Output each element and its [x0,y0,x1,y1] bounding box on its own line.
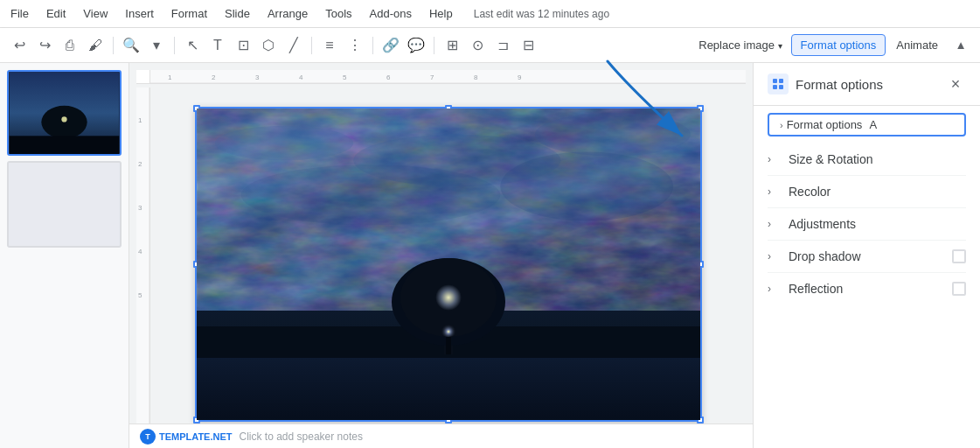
tools-group: ↖ T ⊡ ⬡ ╱ [180,33,306,58]
bottom-bar: T TEMPLATE.NET Click to add speaker note… [129,424,753,448]
svg-rect-34 [773,85,777,89]
light-glow [435,284,462,311]
toolbar: ↩ ↪ ⎙ 🖌 🔍 ▾ ↖ T ⊡ ⬡ ╱ ≡ ⋮ 🔗 💬 ⊞ ⊙ ⊐ ⊟ Re… [0,28,980,63]
svg-rect-31 [446,337,451,354]
recolor-section[interactable]: › Recolor [754,176,980,207]
reflection-checkbox[interactable] [952,282,966,296]
crop-button[interactable]: ⊞ [440,33,464,58]
replace-image-chevron: ▾ [778,41,782,51]
bullet-list-button[interactable]: ≡ [317,33,342,58]
speaker-notes-text[interactable]: Click to add speaker notes [240,430,363,443]
format-panel-icon [768,74,789,94]
print-button[interactable]: ⎙ [58,33,82,58]
highlight-arrow-icon: › [780,120,783,130]
drop-shadow-chevron: › [768,250,782,262]
svg-text:9: 9 [518,74,522,81]
svg-text:4: 4 [299,74,303,81]
format-options-button[interactable]: Format options [791,34,886,56]
numbered-list-button[interactable]: ⋮ [343,33,367,58]
svg-point-26 [500,151,673,220]
zoom-dropdown[interactable]: ▾ [144,33,169,58]
drop-shadow-section[interactable]: › Drop shadow [754,241,980,272]
line-button[interactable]: ╱ [281,33,306,58]
svg-rect-32 [773,79,777,83]
template-logo: T TEMPLATE.NET [140,429,233,444]
link-button[interactable]: 🔗 [379,33,403,58]
undo-redo-group: ↩ ↪ ⎙ 🖌 [7,33,108,58]
adjustments-section[interactable]: › Adjustments [754,208,980,240]
menu-insert[interactable]: Insert [122,5,157,22]
ruler-area: 1 2 3 4 5 6 7 8 9 [136,70,746,84]
menu-arrange[interactable]: Arrange [264,5,311,22]
slide-image [197,108,700,420]
menu-format[interactable]: Format [168,5,211,22]
svg-point-1 [41,106,87,139]
svg-text:2: 2 [212,74,216,81]
menu-file[interactable]: File [7,5,32,22]
animate-button[interactable]: Animate [887,35,947,55]
menu-tools[interactable]: Tools [322,5,355,22]
image-button[interactable]: ⊡ [231,33,255,58]
brand-name: TEMPLATE.NET [159,431,233,442]
slide-thumb-inner-2 [9,163,120,245]
svg-text:8: 8 [474,74,478,81]
ruler-horizontal: 1 2 3 4 5 6 7 8 9 [150,70,746,84]
cursor-button[interactable]: ↖ [180,33,205,58]
format-group: ≡ ⋮ [317,33,367,58]
menu-addons[interactable]: Add-ons [366,5,415,22]
zoom-group: 🔍 ▾ [119,33,169,58]
highlight-box-suffix: A [869,118,877,131]
border-button[interactable]: ⊐ [490,33,515,58]
slide-thumbnail-1[interactable] [7,70,122,156]
collapse-toolbar-button[interactable]: ▲ [949,33,973,58]
slide-container [150,88,746,441]
svg-text:7: 7 [430,74,434,81]
size-rotation-chevron: › [768,153,782,165]
comment-button[interactable]: 💬 [404,33,428,58]
menu-bar: File Edit View Insert Format Slide Arran… [0,0,980,28]
slide-thumbnail-2[interactable] [7,161,122,247]
mask-button[interactable]: ⊙ [465,33,490,58]
svg-text:1: 1 [168,74,172,81]
redo-button[interactable]: ↪ [32,33,57,58]
textbox-button[interactable]: T [205,33,230,58]
svg-text:5: 5 [343,74,347,81]
ruler-vertical: 1 2 3 4 5 [136,88,150,441]
image-tools-group: ⊞ ⊙ ⊐ ⊟ [440,33,540,58]
svg-text:3: 3 [138,204,142,212]
slide-area-wrapper: 1 2 3 4 5 [136,88,746,441]
separator-3 [311,37,312,54]
menu-edit[interactable]: Edit [43,5,69,22]
menu-slide[interactable]: Slide [221,5,254,22]
highlight-box-text: Format options [787,118,863,131]
svg-point-2 [61,116,66,122]
paint-format-button[interactable]: 🖌 [83,33,108,58]
reflection-label: Reflection [789,282,945,296]
drop-shadow-checkbox[interactable] [952,249,966,263]
insert-group: 🔗 💬 [379,33,428,58]
slide-canvas [195,107,702,422]
arrange-button[interactable]: ⊟ [516,33,540,58]
animate-label: Animate [896,38,938,52]
reflection-section[interactable]: › Reflection [754,273,980,304]
svg-text:2: 2 [138,160,142,168]
main-layout: 1 2 3 4 5 6 7 8 9 1 2 3 4 [0,63,980,448]
svg-text:5: 5 [138,291,142,299]
reflection-chevron: › [768,283,782,295]
replace-image-button[interactable]: Replace image ▾ [692,35,789,55]
size-rotation-section[interactable]: › Size & Rotation [754,144,980,175]
recolor-label: Recolor [789,185,966,199]
format-panel-title: Format options [796,77,938,92]
format-options-highlight-box: › Format options A [768,113,966,136]
close-panel-button[interactable]: × [945,74,966,94]
logo-letter: T [145,432,150,441]
last-edit-text: Last edit was 12 minutes ago [474,8,609,20]
menu-view[interactable]: View [80,5,111,22]
menu-help[interactable]: Help [426,5,456,22]
shapes-button[interactable]: ⬡ [256,33,281,58]
replace-image-label: Replace image [699,38,775,52]
zoom-button[interactable]: 🔍 [119,33,143,58]
svg-text:4: 4 [138,248,142,256]
undo-button[interactable]: ↩ [7,33,31,58]
adjustments-chevron: › [768,218,782,230]
